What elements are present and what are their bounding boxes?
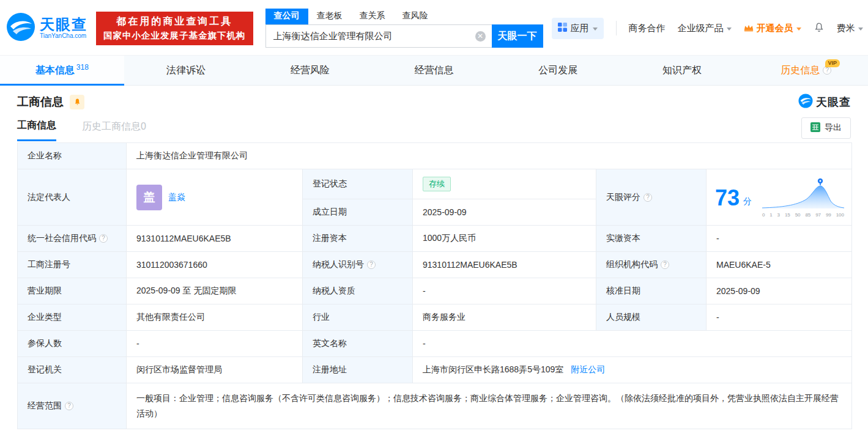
value-reg-number: 310112003671660 [127,252,303,278]
search-tab-boss[interactable]: 查老板 [308,9,351,24]
status-badge: 存续 [423,177,451,191]
value-est-date: 2025-09-09 [413,199,596,226]
tab-business-info[interactable]: 经营信息 [372,56,496,85]
subtab-business-registration[interactable]: 工商信息 [17,119,56,141]
table-row: 登记机关 闵行区市场监督管理局 注册地址 上海市闵行区申长路1688弄5号109… [18,357,852,383]
tab-basic-info-label: 基本信息 [35,64,75,77]
monitor-bell-icon[interactable] [70,95,84,109]
tab-basic-info[interactable]: 基本信息 318 [0,56,124,85]
export-button[interactable]: 导出 [801,117,851,139]
help-icon[interactable]: ? [823,66,831,75]
table-row: 企业名称 上海衡达信企业管理有限公司 [18,143,852,169]
search-input[interactable] [266,31,475,42]
help-icon[interactable]: ? [367,260,376,269]
divider [616,21,617,35]
value-business-scope: 一般项目：企业管理；信息咨询服务（不含许可类信息咨询服务）；信息技术咨询服务；商… [127,383,852,429]
value-taxpayer-quality: - [413,278,596,304]
label-company-type: 企业类型 [18,304,127,331]
label-org-code: 组织机构代码? [596,252,707,278]
tab-operating-risk-label: 经营风险 [291,64,330,77]
label-tianyan-score: 天眼评分 ? [596,169,707,226]
help-icon[interactable]: ? [65,402,73,410]
chevron-down-icon [858,28,863,31]
clear-search-icon[interactable]: ✕ [475,31,486,42]
brand-domain: TianYanCha.com [40,33,87,40]
tab-history-info-label: 历史信息 [781,64,820,77]
search-area: 查公司 查老板 查关系 查风险 ✕ 天眼一下 [265,9,543,48]
help-icon[interactable]: ? [661,260,669,269]
tab-company-development[interactable]: 公司发展 [496,56,620,85]
value-english-name: - [413,331,852,357]
label-reg-authority: 登记机关 [18,357,127,383]
menu-cooperation[interactable]: 商务合作 [629,23,666,34]
label-business-scope: 经营范围? [18,383,127,429]
chevron-down-icon [593,28,598,31]
menu-open-vip[interactable]: 开通会员 [744,23,801,34]
help-icon[interactable]: ? [99,234,108,243]
search-tab-company[interactable]: 查公司 [265,9,308,24]
promo-banner: 都在用的商业查询工具 国家中小企业发展子基金旗下机构 [96,12,253,45]
tab-operating-risk[interactable]: 经营风险 [248,56,372,85]
score-distribution-chart: 0131550859799100 [762,178,847,218]
grid-icon [558,23,567,34]
tab-history-info[interactable]: 历史信息 VIP ? [744,56,868,85]
section-title: 工商信息 [17,94,64,110]
tab-legal-proceedings[interactable]: 法律诉讼 [124,56,248,85]
label-business-scope-text: 经营范围 [28,400,62,411]
label-taxpayer-id-text: 纳税人识别号 [313,259,364,270]
bell-icon [814,21,825,35]
label-reg-status: 登记状态 [303,169,413,199]
value-org-code: MAEU6KAE-5 [707,252,852,278]
label-insured-count: 参保人数 [18,331,127,357]
label-staff-size: 人员规模 [596,304,707,331]
user-menu[interactable]: 费米 [837,23,863,34]
value-company-name: 上海衡达信企业管理有限公司 [127,143,852,169]
tab-intellectual-property[interactable]: 知识产权 [620,56,744,85]
reg-address-text: 上海市闵行区申长路1688弄5号109室 [423,364,563,374]
nearby-companies-link[interactable]: 附近公司 [571,364,605,374]
search-button[interactable]: 天眼一下 [492,24,543,48]
subtab-history-registration[interactable]: 历史工商信息0 [82,120,146,141]
label-taxpayer-id: 纳税人识别号? [303,252,413,278]
value-reg-capital: 1000万人民币 [413,226,596,252]
tianyancha-logo-icon [798,94,813,111]
table-row: 营业期限 2025-09-09 至 无固定期限 纳税人资质 - 核准日期 202… [18,278,852,304]
export-button-label: 导出 [825,122,842,133]
legal-rep-avatar[interactable]: 盖 [136,185,162,210]
table-row: 经营范围? 一般项目：企业管理；信息咨询服务（不含许可类信息咨询服务）；信息技术… [18,383,852,429]
search-tab-relation[interactable]: 查关系 [351,9,394,24]
label-reg-capital: 注册资本 [303,226,413,252]
value-reg-status: 存续 [413,169,596,199]
brand-logo[interactable]: 天眼查 TianYanCha.com [6,12,87,44]
business-scope-text: 一般项目：企业管理；信息咨询服务（不含许可类信息咨询服务）；信息技术咨询服务；商… [136,391,842,421]
user-name: 费米 [837,23,855,34]
label-business-term: 营业期限 [18,278,127,304]
search-tab-risk[interactable]: 查风险 [394,9,437,24]
vip-badge: VIP [825,59,840,67]
table-row: 参保人数 - 英文名称 - [18,331,852,357]
label-tianyan-score-text: 天眼评分 [606,192,640,203]
search-box: ✕ [265,24,492,48]
notifications-button[interactable] [814,21,825,35]
label-taxpayer-quality: 纳税人资质 [303,278,413,304]
label-english-name: 英文名称 [303,331,413,357]
value-company-type: 其他有限责任公司 [127,304,303,331]
menu-enterprise-products[interactable]: 企业级产品 [678,23,732,34]
value-reg-authority: 闵行区市场监督管理局 [127,357,303,383]
label-reg-number: 工商注册号 [18,252,127,278]
chevron-down-icon [727,28,732,31]
score-axis-ticks: 0131550859799100 [762,212,844,218]
apps-menu[interactable]: 应用 [552,18,604,39]
value-approval-date: 2025-09-09 [707,278,852,304]
watermark-logo-text: 天眼查 [816,95,851,109]
table-row: 工商注册号 310112003671660 纳税人识别号? 91310112MA… [18,252,852,278]
label-est-date: 成立日期 [303,199,413,226]
business-info-table: 企业名称 上海衡达信企业管理有限公司 法定代表人 盖 盖焱 登记状态 存续 天眼… [17,142,852,429]
value-business-term: 2025-09-09 至 无固定期限 [127,278,303,304]
label-reg-address: 注册地址 [303,357,413,383]
value-industry: 商务服务业 [413,304,596,331]
help-icon[interactable]: ? [644,193,652,202]
legal-rep-link[interactable]: 盖焱 [168,192,185,203]
search-tabs: 查公司 查老板 查关系 查风险 [265,9,543,24]
company-nav-tabs: 基本信息 318 法律诉讼 经营风险 经营信息 公司发展 知识产权 历史信息 V… [0,55,868,86]
